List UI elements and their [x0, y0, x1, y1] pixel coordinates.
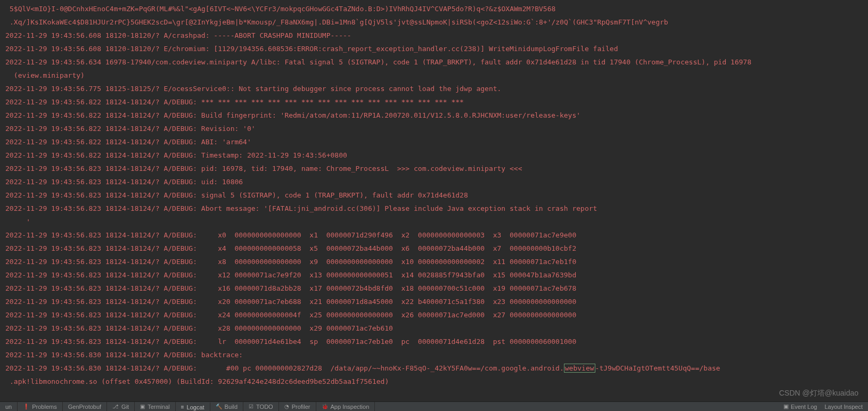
- tab-run[interactable]: un: [0, 402, 18, 411]
- tab-todo[interactable]: ☑TODO: [243, 402, 279, 411]
- log-line: 2022-11-29 19:43:56.823 18124-18124/? A/…: [5, 202, 863, 215]
- log-line: 5$QlV<mIO}I-0@DCnhxHEnoC4m+mZK=PqGR(ML#%…: [5, 2, 863, 15]
- log-line: 2022-11-29 19:43:56.823 18124-18124/? A/…: [5, 188, 863, 202]
- layout-inspector-button[interactable]: Layout Inspect: [824, 404, 863, 410]
- tab-appinspection[interactable]: 🐞App Inspection: [316, 402, 375, 411]
- event-log-button[interactable]: ▣Event Log: [783, 403, 817, 410]
- log-line: 2022-11-29 19:43:56.823 18124-18124/? A/…: [5, 268, 863, 282]
- log-line: (eview.miniparty): [5, 69, 863, 82]
- log-line: 2022-11-29 19:43:56.634 16978-17940/com.…: [5, 55, 863, 69]
- log-line: 2022-11-29 19:43:56.822 18124-18124/? A/…: [5, 109, 863, 122]
- tab-logcat[interactable]: ≡Logcat: [176, 402, 210, 411]
- watermark: CSDN @灯塔@kuaidao: [779, 389, 858, 398]
- log-line: 2022-11-29 19:43:56.823 18124-18124/? A/…: [5, 175, 863, 188]
- eventlog-icon: ▣: [783, 403, 789, 410]
- log-line: 2022-11-29 19:43:56.830 18124-18124/? A/…: [5, 348, 863, 361]
- log-line: 2022-11-29 19:43:56.823 18124-18124/? A/…: [5, 162, 863, 175]
- tab-profiler[interactable]: ◔Profiler: [279, 402, 316, 411]
- build-icon: 🔨: [216, 404, 222, 409]
- log-line: 2022-11-29 19:43:56.823 18124-18124/? A/…: [5, 242, 863, 255]
- tab-terminal[interactable]: ▣Terminal: [135, 402, 176, 411]
- log-line: 2022-11-29 19:43:56.823 18124-18124/? A/…: [5, 255, 863, 268]
- log-line: 2022-11-29 19:43:56.823 18124-18124/? A/…: [5, 295, 863, 308]
- log-line: 2022-11-29 19:43:56.823 18124-18124/? A/…: [5, 335, 863, 348]
- log-line: 2022-11-29 19:43:56.822 18124-18124/? A/…: [5, 122, 863, 135]
- log-line: 2022-11-29 19:43:56.823 18124-18124/? A/…: [5, 322, 863, 335]
- terminal-icon: ▣: [140, 404, 145, 409]
- log-line: 2022-11-29 19:43:56.775 18125-18125/? E/…: [5, 82, 863, 95]
- tab-genprotobuf[interactable]: GenProtobuf: [63, 402, 107, 411]
- log-line: 2022-11-29 19:43:56.822 18124-18124/? A/…: [5, 95, 863, 109]
- bug-icon: 🐞: [322, 404, 328, 409]
- log-line: 2022-11-29 19:43:56.822 18124-18124/? A/…: [5, 149, 863, 162]
- log-line: .apk!libmonochrome.so (offset 0x457000) …: [5, 375, 863, 388]
- log-line: .Xq/]KsIKokaWEc4$D81HJUr2rPC}5GHEK2scD=\…: [5, 15, 863, 29]
- tab-problems[interactable]: ❗Problems: [18, 402, 62, 411]
- log-line: 2022-11-29 19:43:56.823 18124-18124/? A/…: [5, 282, 863, 295]
- logcat-output[interactable]: 5$QlV<mIO}I-0@DCnhxHEnoC4m+mZK=PqGR(ML#%…: [0, 0, 868, 401]
- log-line: 2022-11-29 19:43:56.830 18124-18124/? A/…: [5, 361, 863, 375]
- tab-build[interactable]: 🔨Build: [210, 402, 243, 411]
- log-line: ': [5, 215, 863, 228]
- log-line: 2022-11-29 19:43:56.608 18120-18120/? A/…: [5, 29, 863, 42]
- warning-icon: ❗: [23, 404, 29, 409]
- status-bar: un ❗Problems GenProtobuf ⎇Git ▣Terminal …: [0, 401, 868, 411]
- log-line: 2022-11-29 19:43:56.822 18124-18124/? A/…: [5, 135, 863, 149]
- logcat-icon: ≡: [181, 404, 184, 410]
- log-line: 2022-11-29 19:43:56.823 18124-18124/? A/…: [5, 228, 863, 242]
- tab-git[interactable]: ⎇Git: [107, 402, 135, 411]
- log-line: 2022-11-29 19:43:56.608 18120-18120/? E/…: [5, 42, 863, 55]
- git-icon: ⎇: [112, 404, 119, 409]
- todo-icon: ☑: [249, 404, 253, 409]
- log-line: 2022-11-29 19:43:56.823 18124-18124/? A/…: [5, 308, 863, 322]
- profiler-icon: ◔: [284, 404, 289, 409]
